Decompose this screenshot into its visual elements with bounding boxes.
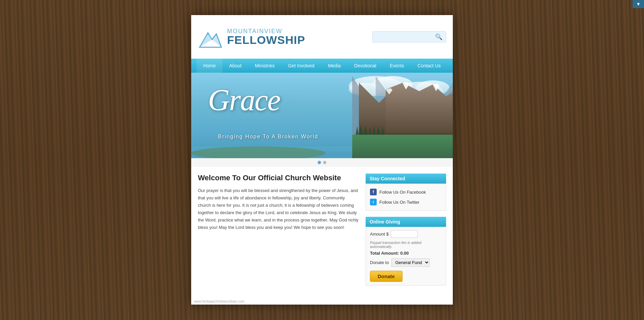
hero-background: Grace Bringing Hope To A Broken World bbox=[191, 73, 453, 158]
twitter-icon: t bbox=[370, 199, 377, 205]
hero-banner: Grace Bringing Hope To A Broken World bbox=[191, 73, 453, 158]
logo-area: MOUNTAINVIEW FELLOWSHIP bbox=[198, 24, 305, 50]
facebook-label: Follow Us On Facebook bbox=[379, 190, 426, 195]
hero-dots bbox=[191, 158, 453, 167]
donate-to-row: Donate to General Fund bbox=[370, 258, 442, 267]
logo-text: MOUNTAINVIEW FELLOWSHIP bbox=[227, 28, 305, 46]
total-label: Total Amount: bbox=[370, 251, 399, 256]
online-giving-header: Online Giving bbox=[366, 217, 446, 227]
welcome-title: Welcome To Our Official Church Website bbox=[198, 174, 359, 182]
amount-row: Amount $ bbox=[370, 230, 442, 238]
search-button[interactable]: 🔍 bbox=[435, 33, 442, 41]
twitter-link[interactable]: t Follow Us On Twitter bbox=[370, 197, 442, 207]
stay-connected-header: Stay Connected bbox=[366, 174, 446, 184]
scroll-indicator: ▼ bbox=[633, 0, 644, 8]
twitter-label: Follow Us On Twitter bbox=[379, 200, 420, 205]
total-amount: 0.00 bbox=[400, 251, 409, 256]
site-nav: Home About Ministries Get Involved Media… bbox=[191, 59, 453, 73]
fund-select[interactable]: General Fund bbox=[391, 258, 430, 267]
nav-home[interactable]: Home bbox=[197, 59, 222, 73]
watermark: www.heritagechristiancollege.com bbox=[191, 298, 453, 305]
facebook-icon: f bbox=[370, 189, 377, 195]
donate-button[interactable]: Donate bbox=[370, 271, 402, 282]
stay-connected-widget: Stay Connected f Follow Us On Facebook t… bbox=[366, 174, 446, 211]
nav-devotional[interactable]: Devotional bbox=[347, 59, 383, 73]
online-giving-body: Amount $ Paypal transaction fee is added… bbox=[366, 227, 446, 285]
paypal-note: Paypal transaction fee is added automati… bbox=[370, 241, 442, 249]
online-giving-widget: Online Giving Amount $ Paypal transactio… bbox=[366, 217, 446, 285]
content-right: Stay Connected f Follow Us On Facebook t… bbox=[366, 174, 446, 292]
content-left: Welcome To Our Official Church Website O… bbox=[198, 174, 359, 292]
dot-1[interactable] bbox=[318, 161, 321, 164]
nav-get-involved[interactable]: Get Involved bbox=[281, 59, 321, 73]
welcome-body: Our prayer is that you will be blessed a… bbox=[198, 187, 359, 232]
nav-about[interactable]: About bbox=[222, 59, 248, 73]
nav-media[interactable]: Media bbox=[321, 59, 347, 73]
amount-label: Amount $ bbox=[370, 232, 389, 237]
hero-subtitle: Bringing Hope To A Broken World bbox=[218, 134, 318, 140]
nav-ministries[interactable]: Ministries bbox=[248, 59, 281, 73]
facebook-link[interactable]: f Follow Us On Facebook bbox=[370, 187, 442, 197]
site-wrapper: MOUNTAINVIEW FELLOWSHIP 🔍 Home About Min… bbox=[191, 15, 453, 305]
main-content: Welcome To Our Official Church Website O… bbox=[191, 167, 453, 298]
search-area[interactable]: 🔍 bbox=[372, 31, 446, 43]
stay-connected-body: f Follow Us On Facebook t Follow Us On T… bbox=[366, 184, 446, 211]
total-row: Total Amount: 0.00 bbox=[370, 251, 442, 256]
nav-contact-us[interactable]: Contact Us bbox=[411, 59, 447, 73]
donate-to-label: Donate to bbox=[370, 260, 389, 265]
svg-marker-2 bbox=[212, 34, 221, 47]
svg-rect-20 bbox=[352, 135, 453, 158]
hero-title: Grace bbox=[208, 83, 280, 117]
nav-events[interactable]: Events bbox=[383, 59, 411, 73]
amount-input[interactable] bbox=[391, 230, 418, 238]
svg-marker-1 bbox=[200, 33, 212, 47]
dot-2[interactable] bbox=[323, 161, 326, 164]
logo-icon bbox=[198, 24, 223, 50]
scroll-down-icon: ▼ bbox=[636, 1, 641, 7]
site-header: MOUNTAINVIEW FELLOWSHIP 🔍 bbox=[191, 15, 453, 59]
search-input[interactable] bbox=[376, 35, 435, 40]
search-icon: 🔍 bbox=[435, 34, 442, 40]
logo-bottom-text: FELLOWSHIP bbox=[227, 34, 305, 46]
